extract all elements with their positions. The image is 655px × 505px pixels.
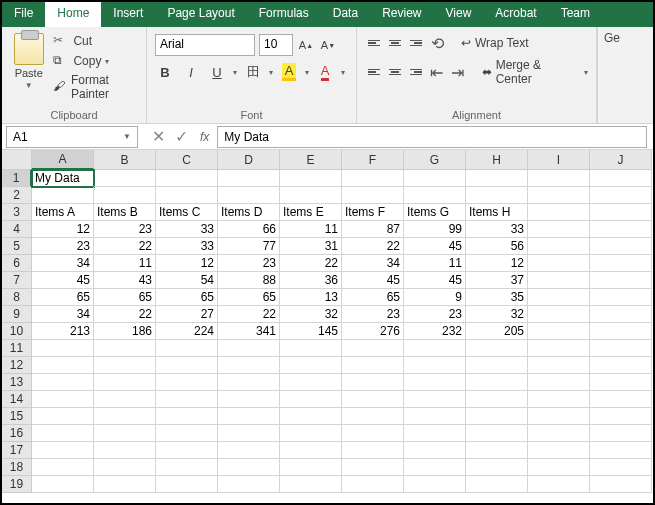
copy-button[interactable]: ⧉Copy ▾ bbox=[53, 53, 138, 69]
cell-H3[interactable]: Items H bbox=[466, 204, 528, 221]
tab-team[interactable]: Team bbox=[549, 2, 602, 27]
cell-D1[interactable] bbox=[218, 170, 280, 187]
cell-J10[interactable] bbox=[590, 323, 652, 340]
cell-I2[interactable] bbox=[528, 187, 590, 204]
cell-D10[interactable]: 341 bbox=[218, 323, 280, 340]
cell-G13[interactable] bbox=[404, 374, 466, 391]
cell-C10[interactable]: 224 bbox=[156, 323, 218, 340]
row-header-1[interactable]: 1 bbox=[2, 170, 32, 187]
column-header-G[interactable]: G bbox=[404, 150, 466, 170]
cell-J6[interactable] bbox=[590, 255, 652, 272]
cell-I4[interactable] bbox=[528, 221, 590, 238]
cell-H17[interactable] bbox=[466, 442, 528, 459]
cell-G3[interactable]: Items G bbox=[404, 204, 466, 221]
column-header-J[interactable]: J bbox=[590, 150, 652, 170]
cell-F13[interactable] bbox=[342, 374, 404, 391]
cell-C9[interactable]: 27 bbox=[156, 306, 218, 323]
cell-C3[interactable]: Items C bbox=[156, 204, 218, 221]
cell-F11[interactable] bbox=[342, 340, 404, 357]
cell-I19[interactable] bbox=[528, 476, 590, 493]
tab-home[interactable]: Home bbox=[45, 2, 101, 27]
row-header-12[interactable]: 12 bbox=[2, 357, 32, 374]
cell-C11[interactable] bbox=[156, 340, 218, 357]
cell-C17[interactable] bbox=[156, 442, 218, 459]
increase-indent-button[interactable]: ⇥ bbox=[449, 63, 467, 81]
cell-E14[interactable] bbox=[280, 391, 342, 408]
cell-D6[interactable]: 23 bbox=[218, 255, 280, 272]
cell-C15[interactable] bbox=[156, 408, 218, 425]
cell-A8[interactable]: 65 bbox=[32, 289, 94, 306]
cell-F4[interactable]: 87 bbox=[342, 221, 404, 238]
orientation-button[interactable]: ⟲ bbox=[428, 34, 446, 52]
cell-A18[interactable] bbox=[32, 459, 94, 476]
cell-J19[interactable] bbox=[590, 476, 652, 493]
cell-D3[interactable]: Items D bbox=[218, 204, 280, 221]
cell-B2[interactable] bbox=[94, 187, 156, 204]
align-middle-button[interactable] bbox=[386, 34, 404, 52]
cell-J15[interactable] bbox=[590, 408, 652, 425]
cell-B3[interactable]: Items B bbox=[94, 204, 156, 221]
cell-I9[interactable] bbox=[528, 306, 590, 323]
format-painter-button[interactable]: 🖌Format Painter bbox=[53, 73, 138, 101]
row-header-3[interactable]: 3 bbox=[2, 204, 32, 221]
cell-H10[interactable]: 205 bbox=[466, 323, 528, 340]
cell-J16[interactable] bbox=[590, 425, 652, 442]
cell-G15[interactable] bbox=[404, 408, 466, 425]
cell-I12[interactable] bbox=[528, 357, 590, 374]
row-header-11[interactable]: 11 bbox=[2, 340, 32, 357]
cell-D8[interactable]: 65 bbox=[218, 289, 280, 306]
cell-F16[interactable] bbox=[342, 425, 404, 442]
column-header-I[interactable]: I bbox=[528, 150, 590, 170]
cell-D12[interactable] bbox=[218, 357, 280, 374]
cell-B6[interactable]: 11 bbox=[94, 255, 156, 272]
cell-J11[interactable] bbox=[590, 340, 652, 357]
borders-button[interactable]: 田 bbox=[243, 62, 263, 82]
cell-J3[interactable] bbox=[590, 204, 652, 221]
cell-A4[interactable]: 12 bbox=[32, 221, 94, 238]
cell-J7[interactable] bbox=[590, 272, 652, 289]
row-header-14[interactable]: 14 bbox=[2, 391, 32, 408]
cell-B7[interactable]: 43 bbox=[94, 272, 156, 289]
cell-E12[interactable] bbox=[280, 357, 342, 374]
column-header-F[interactable]: F bbox=[342, 150, 404, 170]
row-header-18[interactable]: 18 bbox=[2, 459, 32, 476]
cell-I16[interactable] bbox=[528, 425, 590, 442]
cell-H18[interactable] bbox=[466, 459, 528, 476]
cell-G7[interactable]: 45 bbox=[404, 272, 466, 289]
cell-B8[interactable]: 65 bbox=[94, 289, 156, 306]
cell-D16[interactable] bbox=[218, 425, 280, 442]
cell-H16[interactable] bbox=[466, 425, 528, 442]
cell-D7[interactable]: 88 bbox=[218, 272, 280, 289]
cell-A9[interactable]: 34 bbox=[32, 306, 94, 323]
cell-H12[interactable] bbox=[466, 357, 528, 374]
cell-F19[interactable] bbox=[342, 476, 404, 493]
cell-F8[interactable]: 65 bbox=[342, 289, 404, 306]
cell-C13[interactable] bbox=[156, 374, 218, 391]
cell-E19[interactable] bbox=[280, 476, 342, 493]
cell-A19[interactable] bbox=[32, 476, 94, 493]
cell-C2[interactable] bbox=[156, 187, 218, 204]
cell-C14[interactable] bbox=[156, 391, 218, 408]
cell-E16[interactable] bbox=[280, 425, 342, 442]
underline-button[interactable]: U bbox=[207, 62, 227, 82]
wrap-text-button[interactable]: ↩Wrap Text bbox=[461, 36, 529, 50]
cell-C16[interactable] bbox=[156, 425, 218, 442]
cell-I18[interactable] bbox=[528, 459, 590, 476]
cell-E18[interactable] bbox=[280, 459, 342, 476]
cell-E3[interactable]: Items E bbox=[280, 204, 342, 221]
cell-H8[interactable]: 35 bbox=[466, 289, 528, 306]
font-color-button[interactable]: A bbox=[315, 62, 335, 82]
cell-D15[interactable] bbox=[218, 408, 280, 425]
align-center-button[interactable] bbox=[386, 63, 404, 81]
tab-formulas[interactable]: Formulas bbox=[247, 2, 321, 27]
row-header-5[interactable]: 5 bbox=[2, 238, 32, 255]
cell-F10[interactable]: 276 bbox=[342, 323, 404, 340]
cell-J1[interactable] bbox=[590, 170, 652, 187]
cell-F3[interactable]: Items F bbox=[342, 204, 404, 221]
cell-F15[interactable] bbox=[342, 408, 404, 425]
cell-G5[interactable]: 45 bbox=[404, 238, 466, 255]
row-header-19[interactable]: 19 bbox=[2, 476, 32, 493]
cell-C19[interactable] bbox=[156, 476, 218, 493]
cell-D17[interactable] bbox=[218, 442, 280, 459]
paste-button[interactable]: Paste ▼ bbox=[10, 30, 47, 101]
